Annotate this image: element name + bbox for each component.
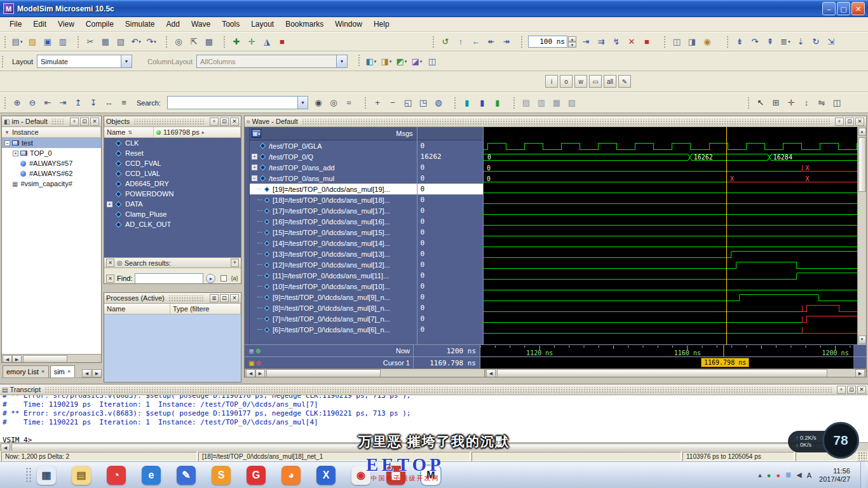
menu-item-tools[interactable]: Tools [216, 18, 245, 30]
processes-list[interactable] [104, 315, 241, 383]
cursor-green-icon[interactable]: ▮ [490, 95, 505, 111]
scroll-thumb[interactable] [497, 369, 827, 377]
select-mode-icon[interactable]: ↖ [753, 95, 768, 111]
wave-signal-9-test-top-0-dcds-an[interactable]: [9]=/test/TOP_0/\dcds/ans_mul[9]_n... [250, 292, 417, 302]
find-input[interactable] [135, 273, 203, 284]
wave-signal-17-test-top-0-dcds-a[interactable]: [17]=/test/TOP_0/\dcds/ans_mul[17]... [250, 205, 417, 216]
column-config-5-icon[interactable]: ◫ [424, 54, 440, 69]
waveform-canvas[interactable]: 016262162840X0XX [484, 127, 857, 344]
wave-signal-value[interactable]: 0 [417, 173, 483, 184]
timeline-menu-icon[interactable]: ≣ [249, 348, 254, 355]
wave-signal-7-test-top-0-dcds-an[interactable]: [7]=/test/TOP_0/\dcds/ans_mul[7]_n... [250, 313, 417, 324]
thunder-icon[interactable]: X [316, 466, 336, 485]
group-grip[interactable] [4, 36, 7, 48]
stretch-mode-icon[interactable]: ↕ [799, 95, 814, 111]
columnlayout-select[interactable]: AllColumns ▼ [196, 55, 348, 68]
environment-forward-icon[interactable]: ↠ [499, 34, 514, 50]
wave-signal-test-top-0-q[interactable]: +/test/TOP_0/Q [250, 151, 417, 162]
sim-panel-close-icon[interactable]: ✕ [90, 118, 99, 126]
wave-signal-10-test-top-0-dcds-a[interactable]: [10]=/test/TOP_0/\dcds/ans_mul[10]... [250, 281, 417, 292]
cursor1-label[interactable]: Cursor 1 [265, 357, 413, 369]
zoom-range-icon[interactable]: ◳ [416, 95, 431, 111]
wave-signal-value[interactable]: 0 [417, 140, 483, 151]
column-config-3-icon[interactable]: ◩▾ [394, 54, 409, 69]
environment-rewind-icon[interactable]: ↞ [484, 34, 499, 50]
taskbar-clock[interactable]: 11:56 2017/4/27 [817, 467, 855, 484]
format-o-toggle[interactable]: o [560, 75, 573, 88]
menu-item-simulate[interactable]: Simulate [119, 18, 161, 30]
close-button[interactable]: ✕ [851, 2, 865, 15]
break-icon[interactable]: ■ [275, 34, 290, 50]
search-dropdown-icon[interactable]: ▼ [297, 97, 308, 109]
new-file-icon[interactable]: ▤▾ [10, 34, 25, 50]
msgs-column-header[interactable]: Msgs [396, 130, 416, 137]
maximize-button[interactable]: ▢ [837, 2, 850, 15]
step-return-icon[interactable]: ↷ [747, 34, 763, 50]
processes-panel-drag-handle[interactable] [168, 295, 205, 301]
scroll-right-icon[interactable]: ▶ [855, 369, 865, 377]
close-find-icon[interactable]: ✕ [106, 274, 114, 283]
group-grip[interactable] [513, 97, 516, 109]
run-length-input-spinner[interactable]: ▲▼ [568, 36, 576, 48]
menu-item-edit[interactable]: Edit [27, 18, 52, 30]
scroll-left-icon[interactable]: ◀ [3, 355, 12, 363]
expand-icon[interactable]: + [252, 154, 257, 159]
vscroll-thumb[interactable] [858, 137, 866, 192]
find-field[interactable] [135, 274, 203, 283]
menu-item-file[interactable]: File [4, 18, 27, 30]
wave-columns-icon[interactable]: ▦▾ [252, 129, 261, 138]
wave-signal-15-test-top-0-dcds-a[interactable]: [15]=/test/TOP_0/\dcds/ans_mul[15]... [250, 227, 417, 238]
prev-edge-icon[interactable]: ↥ [71, 95, 86, 111]
wave-signal-16-test-top-0-dcds-a[interactable]: [16]=/test/TOP_0/\dcds/ans_mul[16]... [250, 216, 417, 227]
wave-signal-value[interactable]: 0 [417, 302, 483, 313]
instance-item-always-62[interactable]: #ALWAYS#62 [2, 168, 101, 179]
show-desktop-button[interactable] [860, 462, 865, 488]
prev-transition-icon[interactable]: ⇤ [40, 95, 55, 111]
cut-icon[interactable]: ✂ [83, 34, 98, 50]
collapse-time-icon[interactable]: ≡ [116, 95, 132, 111]
step-down-icon[interactable]: ⇟ [732, 34, 747, 50]
grid-1-icon[interactable]: ▤ [519, 95, 534, 111]
dock-grip[interactable] [25, 467, 32, 484]
wave-panel-add-icon[interactable]: + [835, 118, 844, 126]
objects-item-ccd-lval[interactable]: CCD_LVAL [104, 168, 241, 179]
ie-browser-icon[interactable]: e [142, 466, 161, 485]
edit-mode-icon[interactable]: ◫ [829, 95, 844, 111]
menu-item-bookmarks[interactable]: Bookmarks [280, 18, 329, 30]
group-grip[interactable] [726, 36, 729, 48]
sort-icon[interactable]: ⇅ [128, 130, 132, 135]
find-icon[interactable]: ◎ [171, 34, 186, 50]
find-next-icon[interactable]: ▸ [206, 274, 215, 283]
column-config-4-icon[interactable]: ◪▾ [409, 54, 424, 69]
zoom-in-icon[interactable]: + [370, 95, 385, 111]
menu-item-wave[interactable]: Wave [186, 18, 216, 30]
break-run-icon[interactable]: ✕ [624, 34, 639, 50]
annotate-pen-icon[interactable]: ✎ [618, 75, 631, 88]
wave-signal-value[interactable]: 0 [417, 194, 483, 205]
tab-sim[interactable]: sim✕ [50, 365, 75, 377]
group-grip[interactable] [4, 97, 7, 109]
file-explorer-icon[interactable]: ▤ [72, 466, 91, 485]
objects-panel-drag-handle[interactable] [133, 119, 205, 125]
add-cursor-footer-icon[interactable]: ⊕ [255, 348, 261, 355]
expand-search-results-icon[interactable]: + [231, 259, 239, 267]
cursor-lock-icon[interactable]: ▣ [248, 360, 254, 367]
column-config-1-icon[interactable]: ◧▾ [363, 54, 379, 69]
toolbar-grip[interactable] [1, 55, 4, 68]
close-search-results-icon[interactable]: ✕ [106, 259, 114, 267]
objects-item-reset[interactable]: Reset [104, 148, 241, 158]
grid-4-icon[interactable]: ▧ [564, 95, 580, 111]
stop-icon[interactable]: ■ [639, 34, 654, 50]
run-icon[interactable]: ⇥ [578, 34, 593, 50]
wave-signal-value[interactable]: 0 [417, 270, 483, 281]
cursor-time-label[interactable]: 1169.798 ns [701, 358, 749, 367]
tabs-left-icon[interactable]: ◀ [82, 369, 92, 377]
menu-item-view[interactable]: View [52, 18, 80, 30]
grid-3-icon[interactable]: ▦ [549, 95, 564, 111]
zoom-out-icon[interactable]: − [385, 95, 400, 111]
processes-panel-dock-icon[interactable]: ⊡ [220, 294, 229, 302]
wave-signal-value[interactable]: 0 [417, 216, 483, 227]
scroll-right-icon[interactable]: ▶ [12, 355, 22, 363]
sim-hscrollbar[interactable]: ◀ ▶ [2, 354, 101, 363]
wave-signal-value[interactable]: 0 [417, 227, 483, 238]
